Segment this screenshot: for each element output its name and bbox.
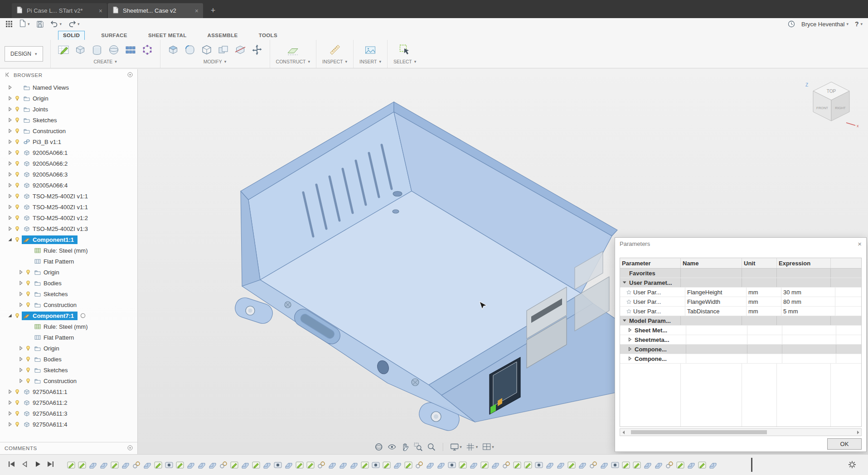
browser-item[interactable]: Origin <box>0 343 137 354</box>
browser-item[interactable]: Sketches <box>0 115 137 125</box>
browser-item[interactable]: Origin <box>0 267 137 278</box>
timeline-feature-flange[interactable] <box>469 461 478 470</box>
timeline-feature-sketch[interactable] <box>676 461 685 470</box>
timeline-feature-sketch[interactable] <box>295 461 304 470</box>
fillet-button[interactable] <box>183 43 197 57</box>
job-status-clock-icon[interactable] <box>788 20 795 28</box>
timeline-feature-hole[interactable] <box>447 461 456 470</box>
close-tab-icon[interactable]: × <box>195 8 199 14</box>
expand-caret-icon[interactable] <box>627 337 633 342</box>
browser-item[interactable]: Component1:1 <box>0 234 137 245</box>
timeline-feature-sketch[interactable] <box>480 461 489 470</box>
expand-arrow-icon[interactable] <box>6 226 14 231</box>
expand-arrow-icon[interactable] <box>6 313 14 318</box>
timeline-feature-flange[interactable] <box>654 461 663 470</box>
column-header[interactable]: Expression <box>776 258 830 268</box>
expand-caret-icon[interactable] <box>627 356 633 361</box>
expand-arrow-icon[interactable] <box>17 281 24 285</box>
construct-plane-button[interactable] <box>286 43 300 57</box>
browser-item[interactable]: 92005A066:4 <box>0 180 137 191</box>
parameter-expression[interactable]: 5 mm <box>781 307 835 316</box>
new-tab-button[interactable]: + <box>207 4 219 17</box>
parameter-group-row[interactable]: Sheet Met... <box>620 326 861 335</box>
visibility-bulb-icon[interactable] <box>14 172 21 177</box>
parameter-expression[interactable]: 80 mm <box>781 297 835 306</box>
visibility-bulb-icon[interactable] <box>24 302 32 307</box>
visibility-bulb-icon[interactable] <box>14 215 21 221</box>
expand-arrow-icon[interactable] <box>6 237 14 242</box>
split-body-button[interactable] <box>233 43 247 57</box>
timeline-feature-sketch[interactable] <box>67 461 76 470</box>
timeline-feature-sketch[interactable] <box>621 461 630 470</box>
ribbon-tab-tools[interactable]: TOOLS <box>254 31 282 40</box>
timeline-feature-hole[interactable] <box>534 461 543 470</box>
parameter-row[interactable]: User Par...FlangeWidthmm80 mm <box>620 297 861 307</box>
timeline-feature-sketch[interactable] <box>513 461 522 470</box>
ribbon-tab-solid[interactable]: SOLID <box>58 31 85 40</box>
timeline-position-marker[interactable] <box>751 458 752 472</box>
expand-arrow-icon[interactable] <box>17 270 24 274</box>
browser-item[interactable]: 92005A066:3 <box>0 169 137 180</box>
expand-arrow-icon[interactable] <box>6 400 14 405</box>
timeline-feature-flange[interactable] <box>328 461 337 470</box>
skip-to-end-button[interactable] <box>47 460 55 470</box>
timeline-feature-hole[interactable] <box>611 461 620 470</box>
visibility-bulb-icon[interactable] <box>24 291 32 297</box>
expand-arrow-icon[interactable] <box>6 172 14 177</box>
zoom-button[interactable] <box>427 442 436 451</box>
browser-item[interactable]: Named Views <box>0 82 137 93</box>
timeline-feature-joint[interactable] <box>132 461 141 470</box>
browser-item[interactable]: Construction <box>0 125 137 136</box>
browser-item[interactable]: Sketches <box>0 288 137 299</box>
visibility-bulb-icon[interactable] <box>14 128 21 134</box>
column-header[interactable]: Unit <box>742 258 776 268</box>
expand-arrow-icon[interactable] <box>6 118 14 122</box>
timeline-feature-sketch[interactable] <box>698 461 707 470</box>
timeline-feature-flange[interactable] <box>436 461 446 470</box>
timeline-feature-joint[interactable] <box>219 461 228 470</box>
visibility-bulb-icon[interactable] <box>24 367 32 373</box>
browser-item[interactable]: 92750A611:4 <box>0 419 137 430</box>
timeline-feature-flange[interactable] <box>643 461 652 470</box>
measure-button[interactable] <box>328 43 342 57</box>
expand-arrow-icon[interactable] <box>6 139 14 144</box>
timeline-feature-joint[interactable] <box>589 461 598 470</box>
expand-caret-icon[interactable] <box>627 328 633 332</box>
visibility-bulb-icon[interactable] <box>14 313 21 318</box>
zoom-window-button[interactable] <box>413 442 422 451</box>
visibility-bulb-icon[interactable] <box>24 269 32 275</box>
expand-arrow-icon[interactable] <box>17 292 24 296</box>
timeline-feature-flange[interactable] <box>578 461 587 470</box>
browser-item[interactable]: 92750A611:3 <box>0 408 137 419</box>
parameter-row[interactable]: User Par...FlangeHeightmm30 mm <box>620 288 861 297</box>
visibility-bulb-icon[interactable] <box>14 182 21 188</box>
parameter-group-row[interactable]: Sheetmeta... <box>620 335 861 345</box>
timeline-settings-gear-icon[interactable] <box>848 461 856 470</box>
ribbon-group-dropdown[interactable]: MODIFY▾ <box>204 59 226 64</box>
create-cylinder-button[interactable] <box>90 43 104 57</box>
timeline-feature-sketch[interactable] <box>306 461 315 470</box>
timeline-feature-flange[interactable] <box>600 461 609 470</box>
timeline-feature-joint[interactable] <box>415 461 424 470</box>
timeline-feature-sketch[interactable] <box>382 461 391 470</box>
visibility-bulb-icon[interactable] <box>24 280 32 286</box>
expand-arrow-icon[interactable] <box>6 194 14 198</box>
expand-arrow-icon[interactable] <box>6 205 14 209</box>
ribbon-group-dropdown[interactable]: CONSTRUCT▾ <box>276 59 310 64</box>
timeline-feature-flange[interactable] <box>349 461 359 470</box>
browser-item[interactable]: Bodies <box>0 354 137 365</box>
timeline-feature-joint[interactable] <box>665 461 674 470</box>
timeline-feature-hole[interactable] <box>273 461 282 470</box>
browser-item[interactable]: Origin <box>0 93 137 104</box>
expand-arrow-icon[interactable] <box>6 389 14 394</box>
visibility-bulb-icon[interactable] <box>14 411 21 416</box>
expand-arrow-icon[interactable] <box>17 368 24 372</box>
scrollbar-thumb[interactable] <box>631 430 767 434</box>
workspace-switcher-design[interactable]: DESIGN▾ <box>5 46 43 62</box>
timeline-feature-flange[interactable] <box>143 461 152 470</box>
visibility-bulb-icon[interactable] <box>14 422 21 427</box>
ribbon-group-dropdown[interactable]: CREATE▾ <box>93 59 116 64</box>
parameter-group-row[interactable]: Model Param... <box>620 316 861 326</box>
timeline-feature-sketch[interactable] <box>632 461 641 470</box>
browser-item[interactable]: Construction <box>0 299 137 310</box>
